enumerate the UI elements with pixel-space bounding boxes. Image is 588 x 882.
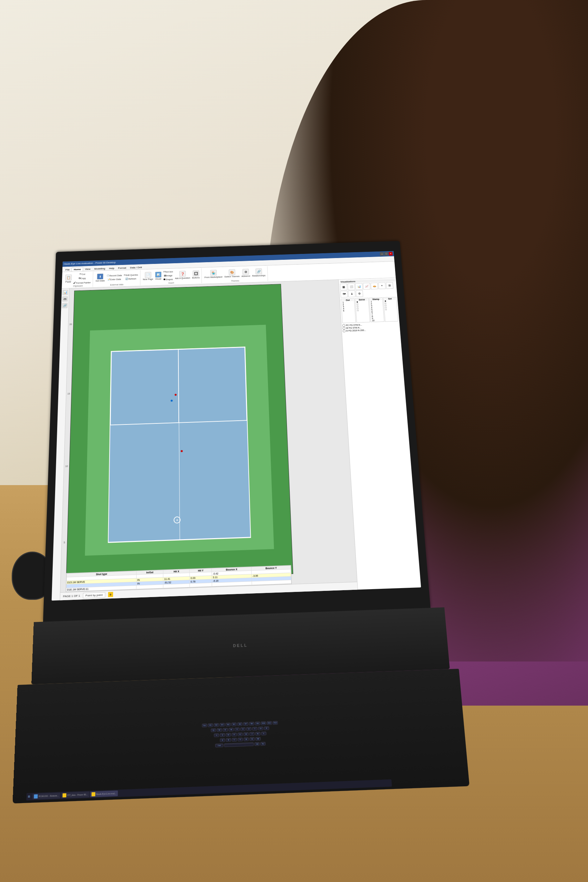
cut-button[interactable]: ✂ Cut xyxy=(73,272,91,276)
key-t[interactable]: T xyxy=(234,728,239,732)
tab-home[interactable]: Home xyxy=(71,267,83,272)
key-f12[interactable]: F12 xyxy=(273,721,278,725)
minimize-button[interactable]: — xyxy=(380,252,384,256)
key-p[interactable]: P xyxy=(264,727,269,730)
tab-view[interactable]: View xyxy=(83,267,92,271)
refresh-button[interactable]: 🔄 Refresh xyxy=(123,277,138,281)
taskbar-item-powerbi1[interactable]: ITT_data - Power BI... xyxy=(61,792,89,799)
key-h[interactable]: H xyxy=(243,732,248,736)
key-f5[interactable]: F5 xyxy=(231,723,236,726)
key-f7[interactable]: F7 xyxy=(243,722,248,726)
text-box-button[interactable]: T Text box xyxy=(163,270,174,273)
key-r[interactable]: R xyxy=(228,728,234,732)
viz-item-line[interactable]: 📈 xyxy=(363,283,370,290)
tab-data-drill[interactable]: Data / Drill xyxy=(128,265,144,270)
viz-item-map[interactable]: 🗺 xyxy=(340,291,348,298)
copy-button[interactable]: ⧉ Copy xyxy=(73,276,91,281)
key-f3[interactable]: F3 xyxy=(219,723,225,727)
paste-button[interactable]: 📋 Paste xyxy=(64,274,72,284)
key-g[interactable]: G xyxy=(237,732,243,736)
switch-themes-button[interactable]: 🎨 Switch Themes xyxy=(224,269,240,279)
filter-serve-5[interactable]: □ xyxy=(357,309,368,312)
key-f9[interactable]: F9 xyxy=(255,722,260,726)
field-checkbox-3[interactable] xyxy=(343,330,345,332)
viz-item-table[interactable]: ▦ xyxy=(340,284,348,291)
key-b[interactable]: B xyxy=(243,737,249,741)
viz-item-card[interactable]: ⬜ xyxy=(348,283,355,290)
tab-format[interactable]: Format xyxy=(116,266,128,270)
close-button[interactable]: ✕ xyxy=(388,252,393,255)
key-u[interactable]: U xyxy=(246,727,251,731)
recent-sources-label: Recent Data xyxy=(109,274,122,277)
key-m[interactable]: M xyxy=(255,737,260,741)
add-page-button[interactable]: + xyxy=(108,592,113,597)
key-f[interactable]: F xyxy=(231,733,237,736)
field-checkbox-1[interactable] xyxy=(342,324,345,327)
visual-button[interactable]: 📊 Visual xyxy=(154,271,162,281)
new-page-button[interactable]: 📄 New Page xyxy=(142,272,154,281)
key-w[interactable]: W xyxy=(217,728,222,732)
key-f10[interactable]: F10 xyxy=(261,722,266,725)
tab-file[interactable]: File xyxy=(63,268,71,272)
key-f11[interactable]: F11 xyxy=(267,721,272,725)
key-f6[interactable]: F6 xyxy=(237,723,242,726)
key-z[interactable]: Z xyxy=(220,738,225,742)
tab-modelling[interactable]: Modelling xyxy=(92,267,107,271)
edit-queries-button[interactable]: ✏ Edit Queries xyxy=(123,273,138,277)
key-i[interactable]: I xyxy=(252,727,257,731)
key-c[interactable]: C xyxy=(231,738,237,742)
key-v[interactable]: V xyxy=(238,738,243,741)
key-k[interactable]: K xyxy=(255,732,260,736)
viz-item-pie[interactable]: 🥧 xyxy=(370,282,378,290)
key-o[interactable]: O xyxy=(258,727,263,730)
key-y[interactable]: Y xyxy=(240,727,245,731)
get-data-button[interactable]: ⬇ Get Data xyxy=(95,273,105,282)
filter-set-5[interactable]: □ xyxy=(385,308,396,310)
from-marketplace-button[interactable]: 🏪 From Marketplace xyxy=(204,269,223,279)
buttons-button[interactable]: 🔲 Buttons xyxy=(191,270,200,279)
key-fn[interactable]: Fn xyxy=(260,742,265,746)
key-ctrl[interactable]: Ctrl xyxy=(215,744,223,747)
key-f2[interactable]: F2 xyxy=(214,723,219,727)
key-s[interactable]: S xyxy=(220,733,225,737)
key-alt[interactable]: Alt xyxy=(254,742,260,746)
key-a[interactable]: A xyxy=(214,734,219,737)
tab-help[interactable]: Help xyxy=(107,266,116,270)
advance-button[interactable]: ⚙ Advance xyxy=(240,268,251,278)
recent-sources-button[interactable]: 🕐 Recent Data xyxy=(106,273,122,278)
key-x[interactable]: X xyxy=(226,738,231,742)
enter-data-button[interactable]: 📝 Enter Data xyxy=(106,278,122,282)
nav-report-icon[interactable]: 📊 xyxy=(62,290,68,295)
key-space[interactable] xyxy=(224,742,254,747)
viz-item-kpi[interactable]: ⚙ xyxy=(356,290,363,297)
key-l[interactable]: L xyxy=(261,732,266,736)
nav-data-icon[interactable]: 🗃 xyxy=(62,296,68,302)
filter-out-5[interactable]: 5 xyxy=(342,309,354,312)
maximize-button[interactable]: □ xyxy=(384,252,388,256)
key-e[interactable]: E xyxy=(222,728,228,732)
shapes-button[interactable]: ⬟ Shapes xyxy=(163,278,174,281)
key-q[interactable]: Q xyxy=(211,728,216,732)
viz-item-gauge[interactable]: 🌡 xyxy=(348,291,356,297)
key-f4[interactable]: F4 xyxy=(225,723,231,727)
key-d[interactable]: D xyxy=(226,733,231,737)
key-f1[interactable]: F1 xyxy=(208,723,213,727)
taskbar-item-hawkeye[interactable]: Hawk-Eye Live eval... xyxy=(90,791,117,798)
viz-item-scatter[interactable]: ⚬ xyxy=(378,282,386,289)
format-painter-button[interactable]: 🖌 Format Painter xyxy=(73,280,92,285)
nav-relationships-icon[interactable]: 🔗 xyxy=(62,303,68,308)
viz-item-matrix[interactable]: ⊞ xyxy=(386,282,393,289)
windows-logo[interactable]: ⊞ xyxy=(28,795,30,799)
filter-stamp-10[interactable]: 10 xyxy=(371,319,383,321)
viz-item-bar[interactable]: 📊 xyxy=(355,283,363,290)
image-button[interactable]: 🖼 Image xyxy=(163,273,174,278)
key-n[interactable]: N xyxy=(249,737,255,741)
ask-question-button[interactable]: ❓ Ask A Question xyxy=(174,270,191,280)
page-tab-point-by-point[interactable]: Point by point xyxy=(82,592,105,598)
relationships-button[interactable]: 🔗 Relationships xyxy=(251,268,266,278)
key-f8[interactable]: F8 xyxy=(249,722,254,726)
key-esc[interactable]: Esc xyxy=(202,723,207,727)
key-j[interactable]: J xyxy=(249,732,254,736)
field-checkbox-2[interactable] xyxy=(342,327,345,329)
taskbar-item-remote[interactable]: PC001301 - Remote... xyxy=(32,793,60,800)
